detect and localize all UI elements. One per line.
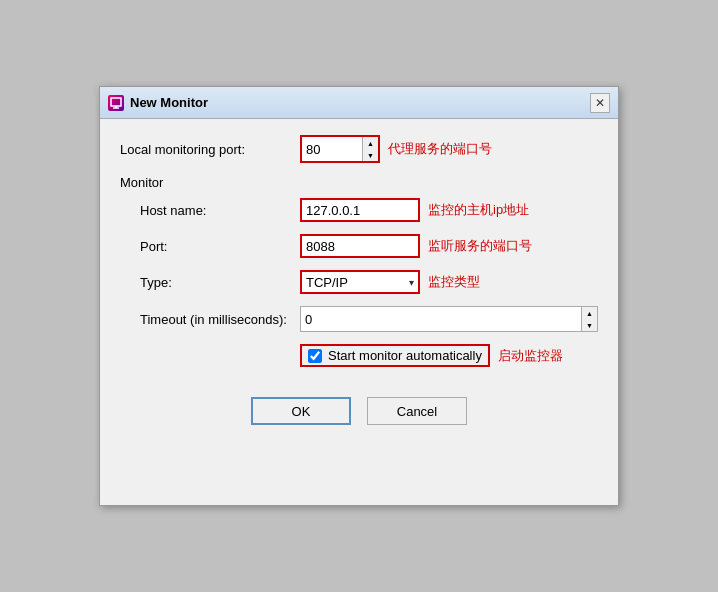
monitor-group-label: Monitor	[120, 175, 598, 190]
start-auto-checkbox[interactable]	[308, 349, 322, 363]
host-label: Host name:	[120, 203, 300, 218]
local-port-input[interactable]	[302, 137, 362, 161]
type-annotation: 监控类型	[428, 273, 480, 291]
monitor-icon	[108, 95, 124, 111]
type-row: Type: TCP/IP HTTP HTTPS FTP ▾ 监控类型	[120, 270, 598, 294]
port-annotation: 监听服务的端口号	[428, 237, 532, 255]
cancel-button[interactable]: Cancel	[367, 397, 467, 425]
timeout-label: Timeout (in milliseconds):	[120, 312, 300, 327]
port-input[interactable]	[300, 234, 420, 258]
start-auto-label: Start monitor automatically	[328, 348, 482, 363]
type-label: Type:	[120, 275, 300, 290]
title-bar: New Monitor ✕	[100, 87, 618, 119]
timeout-spinner: ▲ ▼	[581, 307, 597, 331]
host-row: Host name: 监控的主机ip地址	[120, 198, 598, 222]
title-bar-left: New Monitor	[108, 95, 208, 111]
local-port-up[interactable]: ▲	[363, 137, 378, 149]
local-port-annotation: 代理服务的端口号	[388, 140, 492, 158]
local-port-spinner: ▲ ▼	[362, 137, 378, 161]
timeout-row: Timeout (in milliseconds): ▲ ▼	[120, 306, 598, 332]
start-auto-checkbox-wrapper: Start monitor automatically	[300, 344, 490, 367]
port-row: Port: 监听服务的端口号	[120, 234, 598, 258]
local-port-row: Local monitoring port: ▲ ▼ 代理服务的端口号	[120, 135, 598, 163]
ok-button[interactable]: OK	[251, 397, 351, 425]
port-label: Port:	[120, 239, 300, 254]
host-annotation: 监控的主机ip地址	[428, 201, 529, 219]
type-select-wrapper: TCP/IP HTTP HTTPS FTP ▾	[300, 270, 420, 294]
local-port-down[interactable]: ▼	[363, 149, 378, 161]
dialog-content: Local monitoring port: ▲ ▼ 代理服务的端口号 Moni…	[100, 119, 618, 461]
timeout-input[interactable]	[301, 307, 581, 331]
timeout-input-wrapper: ▲ ▼	[300, 306, 598, 332]
type-select[interactable]: TCP/IP HTTP HTTPS FTP	[302, 272, 405, 292]
svg-rect-0	[111, 98, 121, 106]
host-input[interactable]	[300, 198, 420, 222]
close-button[interactable]: ✕	[590, 93, 610, 113]
button-row: OK Cancel	[120, 397, 598, 445]
local-port-input-wrapper: ▲ ▼	[300, 135, 380, 163]
monitor-group: Monitor Host name: 监控的主机ip地址 Port: 监听服务的…	[120, 175, 598, 367]
chevron-down-icon: ▾	[405, 277, 418, 288]
start-auto-row: Start monitor automatically 启动监控器	[300, 344, 598, 367]
timeout-down[interactable]: ▼	[582, 319, 597, 331]
dialog-window: New Monitor ✕ Local monitoring port: ▲ ▼…	[99, 86, 619, 506]
start-auto-annotation: 启动监控器	[498, 347, 563, 365]
local-port-label: Local monitoring port:	[120, 142, 300, 157]
dialog-title: New Monitor	[130, 95, 208, 110]
timeout-up[interactable]: ▲	[582, 307, 597, 319]
